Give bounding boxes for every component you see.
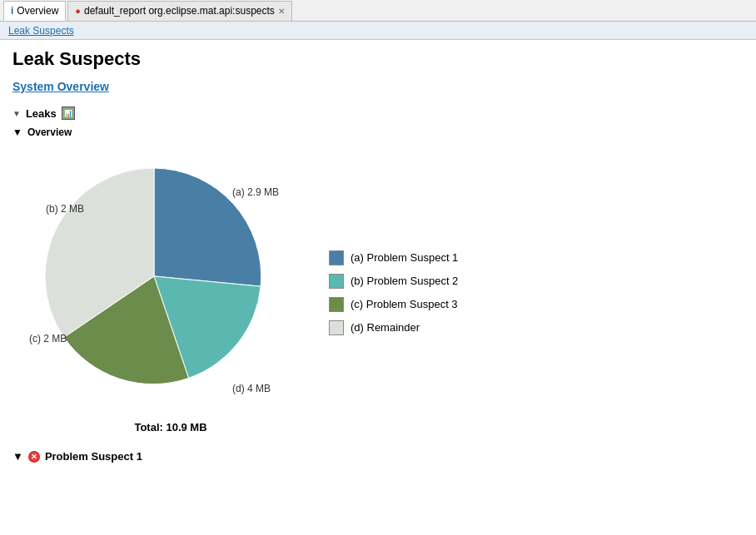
leaks-section-header[interactable]: ▼ Leaks 📊 <box>12 107 744 120</box>
breadcrumb-leak-suspects[interactable]: Leak Suspects <box>8 25 74 37</box>
legend-color-d <box>329 320 344 335</box>
leaks-arrow: ▼ <box>12 109 21 118</box>
overview-section-header[interactable]: ▼ Overview <box>12 126 744 138</box>
tab-overview-label: Overview <box>17 5 58 17</box>
legend-item-b: (b) Problem Suspect 2 <box>329 274 458 289</box>
tab-close-icon[interactable]: ✕ <box>278 7 285 16</box>
problem-suspect-label: Problem Suspect 1 <box>45 450 142 463</box>
page-title: Leak Suspects <box>12 48 744 70</box>
chart-legend: (a) Problem Suspect 1 (b) Problem Suspec… <box>329 250 458 335</box>
tab-bar: i Overview ● default_report org.eclipse.… <box>0 0 756 22</box>
legend-label-b: (b) Problem Suspect 2 <box>351 275 458 287</box>
legend-item-a: (a) Problem Suspect 1 <box>329 250 458 265</box>
pie-chart: (a) 2.9 MB (b) 2 MB (c) 2 MB (d) 4 MB <box>29 151 296 418</box>
legend-color-c <box>329 297 344 312</box>
pie-label-d: (d) 4 MB <box>232 383 271 394</box>
legend-item-d: (d) Remainder <box>329 320 458 335</box>
page-content: Leak Suspects System Overview ▼ Leaks 📊 … <box>0 40 756 533</box>
chart-area: (a) 2.9 MB (b) 2 MB (c) 2 MB (d) 4 MB To… <box>29 151 744 433</box>
legend-label-a: (a) Problem Suspect 1 <box>351 251 458 264</box>
tab-default-report[interactable]: ● default_report org.eclipse.mat.api:sus… <box>67 1 291 21</box>
overview-label: Overview <box>27 126 72 138</box>
problem-suspect-arrow: ▼ <box>12 450 23 463</box>
leaks-label: Leaks <box>26 107 57 120</box>
pie-label-a: (a) 2.9 MB <box>232 186 279 198</box>
overview-arrow: ▼ <box>12 126 22 138</box>
problem-suspect-1-header[interactable]: ▼ ✕ Problem Suspect 1 <box>12 450 744 463</box>
legend-label-c: (c) Problem Suspect 3 <box>351 298 458 310</box>
legend-label-d: (d) Remainder <box>351 321 420 334</box>
legend-color-a <box>329 250 344 265</box>
info-icon: i <box>11 5 13 17</box>
system-overview-link[interactable]: System Overview <box>12 80 109 93</box>
chart-total: Total: 10.9 MB <box>46 421 296 433</box>
legend-color-b <box>329 274 344 289</box>
tab-report-label: default_report org.eclipse.mat.api:suspe… <box>84 5 275 17</box>
mat-icon: ● <box>75 6 81 16</box>
pie-label-c: (c) 2 MB <box>29 333 67 344</box>
problem-suspect-icon: ✕ <box>28 451 40 463</box>
tab-overview[interactable]: i Overview <box>3 1 66 21</box>
breadcrumb: Leak Suspects <box>0 22 756 40</box>
legend-item-c: (c) Problem Suspect 3 <box>329 297 458 312</box>
pie-label-b: (b) 2 MB <box>46 203 84 215</box>
leaks-icon: 📊 <box>62 107 75 120</box>
